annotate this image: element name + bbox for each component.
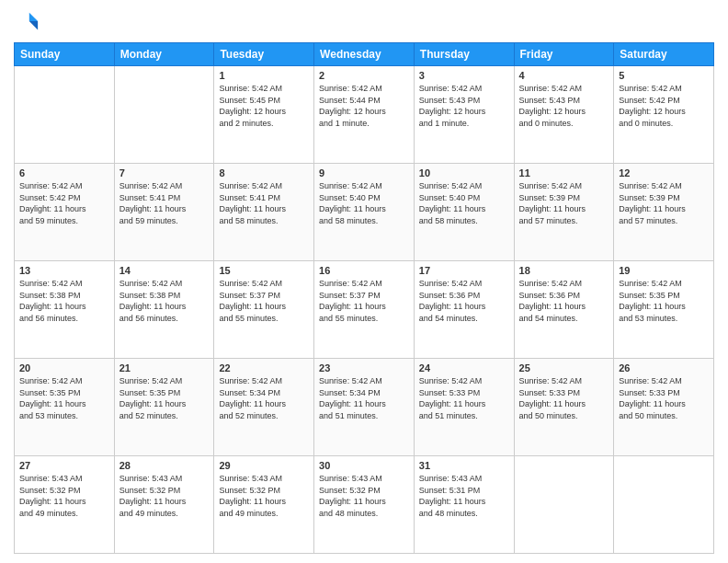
day-number: 25 (519, 362, 609, 373)
day-number: 10 (419, 167, 509, 178)
calendar-cell: 27Sunrise: 5:43 AM Sunset: 5:32 PM Dayli… (15, 456, 115, 554)
weekday-header-saturday: Saturday (614, 43, 714, 66)
logo-icon (14, 9, 40, 35)
day-number: 22 (219, 362, 309, 373)
calendar-cell: 6Sunrise: 5:42 AM Sunset: 5:42 PM Daylig… (15, 164, 115, 261)
day-info: Sunrise: 5:43 AM Sunset: 5:31 PM Dayligh… (419, 473, 509, 519)
day-info: Sunrise: 5:42 AM Sunset: 5:41 PM Dayligh… (219, 180, 309, 226)
calendar-week-row: 20Sunrise: 5:42 AM Sunset: 5:35 PM Dayli… (15, 359, 714, 456)
day-info: Sunrise: 5:43 AM Sunset: 5:32 PM Dayligh… (319, 473, 409, 519)
day-info: Sunrise: 5:42 AM Sunset: 5:39 PM Dayligh… (519, 180, 609, 226)
day-number: 27 (19, 460, 109, 471)
day-info: Sunrise: 5:42 AM Sunset: 5:33 PM Dayligh… (419, 375, 509, 421)
day-number: 12 (619, 167, 709, 178)
day-number: 18 (519, 265, 609, 276)
day-info: Sunrise: 5:42 AM Sunset: 5:37 PM Dayligh… (319, 278, 409, 324)
calendar-cell: 24Sunrise: 5:42 AM Sunset: 5:33 PM Dayli… (414, 359, 514, 456)
day-number: 19 (619, 265, 709, 276)
svg-marker-1 (29, 21, 38, 29)
calendar-cell: 11Sunrise: 5:42 AM Sunset: 5:39 PM Dayli… (514, 164, 614, 261)
calendar-cell: 2Sunrise: 5:42 AM Sunset: 5:44 PM Daylig… (314, 66, 415, 164)
day-info: Sunrise: 5:42 AM Sunset: 5:34 PM Dayligh… (319, 375, 409, 421)
day-info: Sunrise: 5:42 AM Sunset: 5:45 PM Dayligh… (219, 83, 309, 129)
day-info: Sunrise: 5:42 AM Sunset: 5:38 PM Dayligh… (119, 278, 210, 324)
day-info: Sunrise: 5:42 AM Sunset: 5:40 PM Dayligh… (419, 180, 509, 226)
calendar-cell: 30Sunrise: 5:43 AM Sunset: 5:32 PM Dayli… (314, 456, 415, 554)
calendar-cell: 26Sunrise: 5:42 AM Sunset: 5:33 PM Dayli… (614, 359, 714, 456)
calendar-cell: 16Sunrise: 5:42 AM Sunset: 5:37 PM Dayli… (314, 261, 415, 359)
day-number: 21 (119, 362, 210, 373)
day-number: 24 (419, 362, 509, 373)
day-number: 30 (319, 460, 409, 471)
day-number: 26 (619, 362, 709, 373)
day-info: Sunrise: 5:42 AM Sunset: 5:43 PM Dayligh… (419, 83, 509, 129)
page: SundayMondayTuesdayWednesdayThursdayFrid… (0, 0, 728, 563)
day-number: 28 (119, 460, 210, 471)
day-number: 4 (519, 70, 609, 81)
svg-marker-0 (29, 13, 38, 21)
day-info: Sunrise: 5:42 AM Sunset: 5:43 PM Dayligh… (519, 83, 609, 129)
calendar-cell: 8Sunrise: 5:42 AM Sunset: 5:41 PM Daylig… (214, 164, 314, 261)
day-info: Sunrise: 5:42 AM Sunset: 5:35 PM Dayligh… (19, 375, 109, 421)
calendar-cell (614, 456, 714, 554)
day-number: 31 (419, 460, 509, 471)
calendar-cell: 31Sunrise: 5:43 AM Sunset: 5:31 PM Dayli… (414, 456, 514, 554)
weekday-header-sunday: Sunday (15, 43, 115, 66)
calendar-cell: 28Sunrise: 5:43 AM Sunset: 5:32 PM Dayli… (114, 456, 214, 554)
calendar-cell: 18Sunrise: 5:42 AM Sunset: 5:36 PM Dayli… (514, 261, 614, 359)
day-info: Sunrise: 5:42 AM Sunset: 5:42 PM Dayligh… (19, 180, 109, 226)
calendar-cell (514, 456, 614, 554)
calendar-cell: 22Sunrise: 5:42 AM Sunset: 5:34 PM Dayli… (214, 359, 314, 456)
day-info: Sunrise: 5:42 AM Sunset: 5:35 PM Dayligh… (119, 375, 210, 421)
calendar-cell: 19Sunrise: 5:42 AM Sunset: 5:35 PM Dayli… (614, 261, 714, 359)
calendar-cell: 17Sunrise: 5:42 AM Sunset: 5:36 PM Dayli… (414, 261, 514, 359)
calendar-week-row: 27Sunrise: 5:43 AM Sunset: 5:32 PM Dayli… (15, 456, 714, 554)
calendar-cell: 4Sunrise: 5:42 AM Sunset: 5:43 PM Daylig… (514, 66, 614, 164)
day-info: Sunrise: 5:42 AM Sunset: 5:36 PM Dayligh… (519, 278, 609, 324)
day-info: Sunrise: 5:42 AM Sunset: 5:40 PM Dayligh… (319, 180, 409, 226)
day-info: Sunrise: 5:42 AM Sunset: 5:41 PM Dayligh… (119, 180, 210, 226)
day-info: Sunrise: 5:43 AM Sunset: 5:32 PM Dayligh… (219, 473, 309, 519)
day-number: 6 (19, 167, 109, 178)
day-number: 9 (319, 167, 409, 178)
day-number: 1 (219, 70, 309, 81)
weekday-header-wednesday: Wednesday (314, 43, 415, 66)
calendar-week-row: 13Sunrise: 5:42 AM Sunset: 5:38 PM Dayli… (15, 261, 714, 359)
calendar-cell: 14Sunrise: 5:42 AM Sunset: 5:38 PM Dayli… (114, 261, 214, 359)
weekday-header-monday: Monday (114, 43, 214, 66)
day-info: Sunrise: 5:42 AM Sunset: 5:33 PM Dayligh… (619, 375, 709, 421)
calendar-cell: 3Sunrise: 5:42 AM Sunset: 5:43 PM Daylig… (414, 66, 514, 164)
day-info: Sunrise: 5:42 AM Sunset: 5:36 PM Dayligh… (419, 278, 509, 324)
calendar-header-row: SundayMondayTuesdayWednesdayThursdayFrid… (15, 43, 714, 66)
day-number: 7 (119, 167, 210, 178)
calendar-cell: 20Sunrise: 5:42 AM Sunset: 5:35 PM Dayli… (15, 359, 115, 456)
day-info: Sunrise: 5:42 AM Sunset: 5:38 PM Dayligh… (19, 278, 109, 324)
calendar-cell (15, 66, 115, 164)
calendar-cell: 12Sunrise: 5:42 AM Sunset: 5:39 PM Dayli… (614, 164, 714, 261)
calendar-cell: 29Sunrise: 5:43 AM Sunset: 5:32 PM Dayli… (214, 456, 314, 554)
calendar-week-row: 1Sunrise: 5:42 AM Sunset: 5:45 PM Daylig… (15, 66, 714, 164)
calendar-cell: 10Sunrise: 5:42 AM Sunset: 5:40 PM Dayli… (414, 164, 514, 261)
calendar-cell: 7Sunrise: 5:42 AM Sunset: 5:41 PM Daylig… (114, 164, 214, 261)
calendar-cell: 5Sunrise: 5:42 AM Sunset: 5:42 PM Daylig… (614, 66, 714, 164)
header (14, 9, 714, 35)
logo (14, 9, 43, 35)
day-info: Sunrise: 5:42 AM Sunset: 5:37 PM Dayligh… (219, 278, 309, 324)
calendar-cell: 15Sunrise: 5:42 AM Sunset: 5:37 PM Dayli… (214, 261, 314, 359)
day-info: Sunrise: 5:42 AM Sunset: 5:34 PM Dayligh… (219, 375, 309, 421)
day-info: Sunrise: 5:42 AM Sunset: 5:44 PM Dayligh… (319, 83, 409, 129)
day-number: 13 (19, 265, 109, 276)
day-info: Sunrise: 5:42 AM Sunset: 5:33 PM Dayligh… (519, 375, 609, 421)
calendar-cell: 9Sunrise: 5:42 AM Sunset: 5:40 PM Daylig… (314, 164, 415, 261)
calendar-cell: 13Sunrise: 5:42 AM Sunset: 5:38 PM Dayli… (15, 261, 115, 359)
day-number: 15 (219, 265, 309, 276)
calendar-cell: 21Sunrise: 5:42 AM Sunset: 5:35 PM Dayli… (114, 359, 214, 456)
day-number: 17 (419, 265, 509, 276)
weekday-header-friday: Friday (514, 43, 614, 66)
calendar-cell: 23Sunrise: 5:42 AM Sunset: 5:34 PM Dayli… (314, 359, 415, 456)
day-number: 3 (419, 70, 509, 81)
day-number: 14 (119, 265, 210, 276)
weekday-header-thursday: Thursday (414, 43, 514, 66)
day-number: 8 (219, 167, 309, 178)
day-number: 23 (319, 362, 409, 373)
